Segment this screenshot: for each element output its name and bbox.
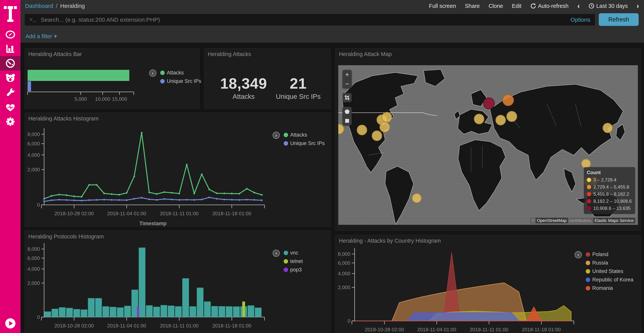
map-legend-label: 8,182.2 – 10,908.6 — [594, 199, 632, 204]
legend-label: telnet — [290, 258, 303, 264]
legend-item[interactable]: telnet — [284, 258, 303, 264]
legend-label: Attacks — [167, 70, 184, 76]
sidebar-collapse-button[interactable] — [0, 316, 20, 331]
legend-item[interactable]: Poland — [586, 251, 634, 257]
bar-Attacks — [28, 70, 130, 81]
sidebar-item-management[interactable] — [0, 114, 20, 129]
legend-item[interactable]: United States — [586, 268, 634, 274]
metric-unique-src-ips: 21 Unique Src IPs — [273, 75, 323, 100]
map-legend-swatch — [587, 199, 591, 203]
refresh-button[interactable]: Refresh — [599, 13, 639, 26]
map-point — [357, 125, 367, 135]
attribution-copyright: © — [532, 218, 536, 223]
map-controls: + − — [342, 70, 352, 125]
legend-swatch — [284, 268, 288, 272]
top-nav: Dashboard / Heralding Full screen Share … — [20, 0, 644, 12]
svg-text:2018-11-04 01:00: 2018-11-04 01:00 — [107, 323, 146, 328]
add-filter-link[interactable]: Add a filter + — [26, 33, 57, 40]
bear-icon — [5, 72, 16, 84]
map-legend-item: 10,908.6 – 13,635 — [587, 206, 632, 211]
bar-Unique Src IPs — [28, 81, 31, 91]
svg-text:4,000: 4,000 — [338, 271, 350, 276]
clone-button[interactable]: Clone — [488, 3, 503, 9]
rectangle-draw-button[interactable] — [342, 116, 352, 125]
legend-item[interactable]: Unique Src IPs — [160, 78, 201, 84]
legend-item[interactable]: pop3 — [284, 267, 303, 273]
world-map[interactable]: + − — [338, 65, 638, 225]
svg-text:8,000: 8,000 — [338, 251, 350, 257]
zoom-out-button[interactable]: − — [342, 79, 352, 88]
sidebar-item-dashboard[interactable] — [0, 56, 20, 71]
kibana-dashboard: Dashboard / Heralding Full screen Share … — [0, 0, 644, 333]
share-button[interactable]: Share — [465, 3, 480, 9]
openstreetmap-link[interactable]: OpenStreetMap — [536, 218, 568, 223]
legend-swatch — [160, 71, 165, 75]
breadcrumb-dashboard-link[interactable]: Dashboard — [25, 3, 53, 9]
time-range-picker[interactable]: Last 30 days — [588, 3, 628, 9]
auto-refresh-button[interactable]: Auto-refresh — [530, 3, 569, 9]
sidebar-item-visualize[interactable] — [0, 42, 20, 56]
filter-bar: Add a filter + — [26, 31, 57, 41]
time-next-button[interactable]: › — [636, 2, 639, 10]
map-point — [484, 98, 494, 109]
legend-label: Attacks — [290, 132, 307, 138]
legend-item[interactable]: Attacks — [160, 70, 201, 76]
legend-item[interactable]: Russia — [586, 260, 634, 266]
svg-text:6,000: 6,000 — [338, 260, 350, 266]
svg-text:Timestamp: Timestamp — [139, 221, 166, 226]
sidebar-item-discover[interactable] — [0, 27, 20, 42]
legend-toggle-icon[interactable]: › — [149, 70, 156, 77]
legend-item[interactable]: Attacks — [284, 132, 325, 138]
gauge-icon — [5, 58, 16, 69]
breadcrumb: Dashboard / Heralding — [25, 3, 85, 9]
search-input[interactable] — [41, 17, 567, 23]
options-link[interactable]: Options — [570, 17, 590, 23]
sidebar-item-devtools[interactable] — [0, 85, 20, 100]
gear-icon — [5, 116, 16, 127]
map-legend-item: 2,729.4 – 5,455.8 — [587, 184, 632, 190]
protocols-histogram-chart[interactable]: 02,0004,0006,0008,0002018-10-28 02:00201… — [25, 231, 331, 333]
telekom-logo[interactable] — [0, 3, 20, 25]
svg-text:4,000: 4,000 — [28, 152, 40, 158]
legend-item[interactable]: Unique Src IPs — [284, 140, 325, 146]
sidebar-item-honeypot[interactable] — [0, 71, 20, 85]
metric-value: 18,349 — [215, 75, 272, 92]
elastic-maps-service-link[interactable]: Elastic Maps Service — [594, 218, 635, 223]
svg-text:4,000: 4,000 — [28, 266, 40, 272]
panel-attacks-metric: Heralding Attacks 18,349 Attacks 21 Uniq… — [204, 48, 330, 109]
legend-toggle-icon[interactable]: › — [272, 132, 280, 139]
map-legend-swatch — [587, 178, 591, 182]
sidebar-item-monitoring[interactable] — [0, 100, 20, 114]
map-point — [474, 114, 484, 124]
legend-item[interactable]: Republic of Korea — [586, 277, 634, 283]
map-legend-label: 5,455.8 – 8,182.2 — [594, 191, 629, 197]
search-box: >_ Options — [25, 14, 595, 26]
legend-label: Unique Src IPs — [290, 140, 325, 146]
map-legend-label: 2,729.4 – 5,455.8 — [594, 184, 629, 190]
legend-toggle-icon[interactable]: › — [272, 249, 280, 257]
legend-label: Russia — [592, 260, 608, 266]
legend-item[interactable]: vnc — [284, 250, 303, 256]
svg-text:0: 0 — [37, 202, 40, 208]
map-legend-item: 5,455.8 – 8,182.2 — [587, 191, 632, 197]
plus-icon: + — [54, 33, 57, 40]
fullscreen-button[interactable]: Full screen — [429, 3, 456, 9]
legend-label: Unique Src IPs — [167, 78, 201, 84]
svg-text:2018-10-28 02:00: 2018-10-28 02:00 — [365, 327, 404, 332]
zoom-in-button[interactable]: + — [342, 70, 352, 79]
attacks-histogram-chart[interactable]: 02,0004,0006,0008,0002018-10-28 02:00201… — [25, 113, 331, 227]
breadcrumb-current: Heralding — [60, 3, 85, 9]
svg-text:2,000: 2,000 — [28, 167, 40, 172]
crop-tool-button[interactable] — [342, 93, 352, 102]
legend-label: Poland — [592, 251, 608, 257]
polygon-draw-button[interactable] — [342, 107, 352, 116]
edit-button[interactable]: Edit — [512, 3, 522, 9]
crop-icon — [344, 95, 350, 101]
legend-toggle-icon[interactable]: › — [574, 251, 582, 258]
time-prev-button[interactable]: ‹ — [577, 2, 580, 10]
attacks-bar-legend: › AttacksUnique Src IPs — [149, 70, 201, 84]
svg-text:8,000: 8,000 — [28, 131, 40, 137]
map-point — [506, 111, 517, 122]
panel-attacks-histogram: Heralding Attacks Histogram 02,0004,0006… — [25, 113, 330, 226]
legend-item[interactable]: Romania — [586, 285, 634, 291]
